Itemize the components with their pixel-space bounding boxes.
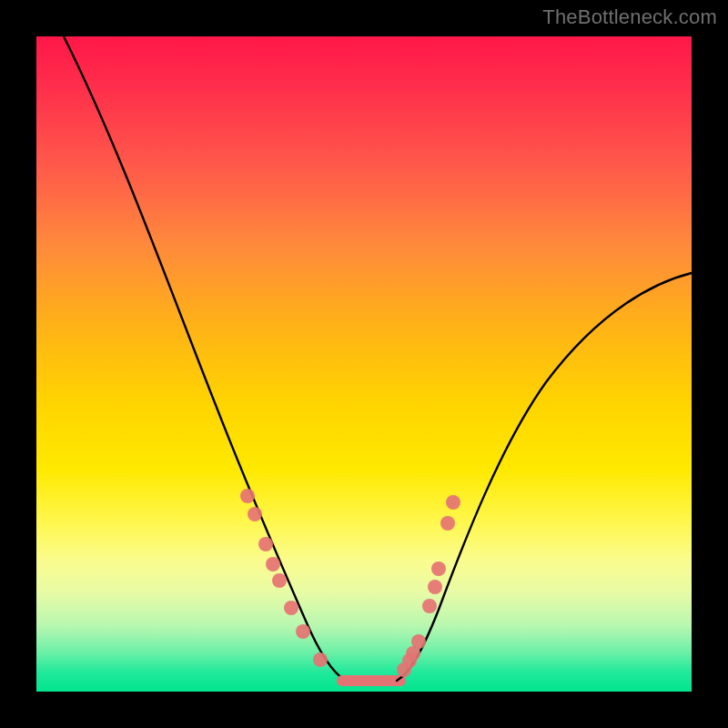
marker-dot [266,557,280,571]
marker-dot [284,601,298,615]
marker-dot [428,580,442,594]
marker-dot [431,561,446,576]
curve-left [64,36,346,681]
curve-right [397,273,692,681]
marker-dot [296,624,310,639]
marker-dot [240,489,255,503]
plot-area [36,36,692,692]
marker-dot [440,516,455,531]
chart-stage: TheBottleneck.com [0,0,728,728]
marker-dot [446,495,460,510]
marker-dot [248,507,262,521]
marker-dot [411,634,426,649]
curve-svg [36,36,692,692]
marker-dot [422,599,437,613]
marker-dot [258,537,273,551]
marker-dot [272,573,287,588]
marker-dot [313,652,328,667]
watermark-text: TheBottleneck.com [542,5,717,29]
